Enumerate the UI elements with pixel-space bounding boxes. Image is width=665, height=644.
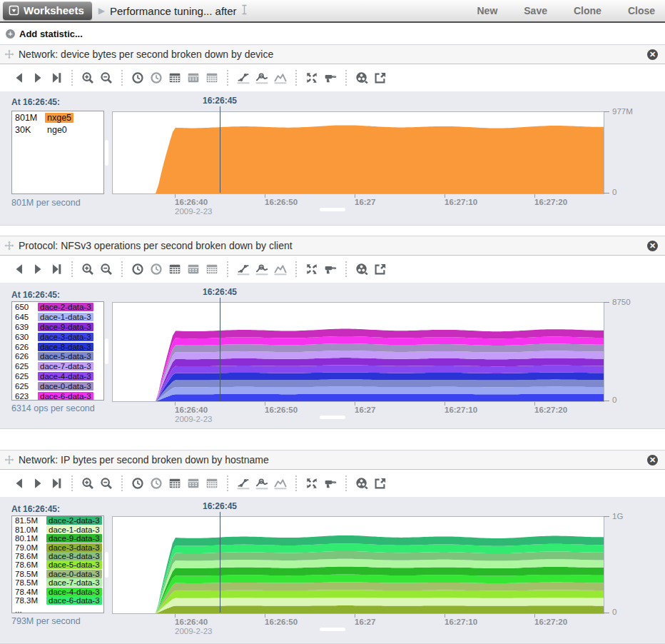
clock-icon[interactable]	[150, 477, 163, 490]
expand-icon[interactable]	[305, 477, 318, 490]
legend-row[interactable]: 78.5Mdace-0-data-3	[12, 570, 103, 578]
save-button[interactable]: Save	[524, 5, 547, 16]
clock-back-icon[interactable]	[131, 263, 144, 276]
legend-name[interactable]: dace-6-data-3	[38, 392, 93, 401]
close-icon[interactable]: ✕	[647, 49, 658, 60]
legend-name[interactable]: dace-5-data-3	[46, 560, 102, 569]
drill-icon[interactable]	[324, 477, 337, 490]
legend-row[interactable]: 645dace-1-data-3	[12, 312, 103, 322]
close-icon[interactable]: ✕	[647, 241, 658, 251]
step-back-icon[interactable]	[13, 71, 26, 84]
legend-name[interactable]: dace-5-data-3	[38, 352, 93, 361]
legend-row[interactable]: 801Mnxge5	[12, 111, 103, 124]
legend-row[interactable]: 639dace-9-data-3	[12, 322, 103, 332]
skip-forward-icon[interactable]	[50, 477, 63, 490]
zoom-out-icon[interactable]	[100, 477, 113, 490]
chart-plot[interactable]	[112, 111, 604, 194]
vertical-splitter[interactable]	[105, 552, 108, 578]
clock-back-icon[interactable]	[131, 477, 144, 490]
table-rows-icon[interactable]	[187, 263, 200, 276]
step-back-icon[interactable]	[13, 263, 26, 276]
move-icon[interactable]	[4, 455, 14, 465]
legend-name[interactable]: dace-8-data-3	[46, 552, 102, 560]
table-grid-icon[interactable]	[205, 477, 218, 490]
legend-name[interactable]: dace-7-data-3	[38, 362, 93, 371]
legend-name[interactable]: dace-1-data-3	[46, 525, 102, 534]
table-summary-icon[interactable]	[168, 477, 181, 490]
graph-area-icon[interactable]	[274, 71, 287, 84]
legend-row[interactable]: 81.0Mdace-1-data-3	[12, 525, 103, 533]
step-forward-icon[interactable]	[31, 263, 44, 276]
legend-row[interactable]: 78.4Mdace-4-data-3	[12, 588, 103, 596]
legend-row[interactable]: 625dace-7-data-3	[12, 361, 103, 371]
legend-row[interactable]: 78.6Mdace-5-data-3	[12, 560, 103, 569]
reel-icon[interactable]	[355, 477, 368, 490]
legend-row[interactable]: 626dace-5-data-3	[12, 351, 103, 361]
clock-back-icon[interactable]	[131, 71, 144, 84]
graph-area-icon[interactable]	[274, 477, 287, 490]
chart-plot[interactable]	[112, 302, 604, 402]
legend-row[interactable]: 623dace-6-data-3	[12, 391, 103, 401]
table-grid-icon[interactable]	[205, 263, 218, 276]
legend-row[interactable]: 630dace-3-data-3	[12, 332, 103, 342]
drill-icon[interactable]	[324, 263, 337, 276]
legend-row[interactable]: 78.3Mdace-6-data-3	[12, 596, 103, 605]
graph-min-icon[interactable]	[237, 263, 250, 276]
legend-name[interactable]: dace-2-data-3	[38, 303, 93, 311]
zoom-out-icon[interactable]	[100, 71, 113, 84]
legend-name[interactable]: dace-3-data-3	[46, 543, 102, 552]
clock-icon[interactable]	[150, 263, 163, 276]
legend-row[interactable]: 625dace-4-data-3	[12, 371, 103, 381]
graph-line-icon[interactable]	[255, 71, 268, 84]
step-back-icon[interactable]	[13, 477, 26, 490]
add-statistic-row[interactable]: + Add statistic...	[0, 24, 665, 43]
worksheets-button[interactable]: Worksheets	[3, 1, 92, 20]
step-forward-icon[interactable]	[31, 477, 44, 490]
legend-row[interactable]: 625dace-0-data-3	[12, 381, 103, 391]
zoom-out-icon[interactable]	[100, 263, 113, 276]
graph-area-icon[interactable]	[274, 263, 287, 276]
expand-icon[interactable]	[305, 71, 318, 84]
reel-icon[interactable]	[355, 263, 368, 276]
legend-name[interactable]: dace-7-data-3	[46, 578, 102, 587]
legend-row[interactable]: 78.5Mdace-7-data-3	[12, 578, 103, 587]
vertical-splitter[interactable]	[105, 140, 108, 166]
reel-icon[interactable]	[355, 71, 368, 84]
horizontal-splitter[interactable]	[320, 628, 345, 631]
export-icon[interactable]	[374, 263, 387, 276]
table-summary-icon[interactable]	[168, 71, 181, 84]
legend-row[interactable]: 79.0Mdace-3-data-3	[12, 543, 103, 551]
legend-name[interactable]: dace-8-data-3	[38, 343, 93, 351]
graph-min-icon[interactable]	[237, 477, 250, 490]
table-rows-icon[interactable]	[187, 71, 200, 84]
vertical-splitter[interactable]	[105, 338, 108, 364]
step-forward-icon[interactable]	[31, 71, 44, 84]
export-icon[interactable]	[374, 71, 387, 84]
legend-name[interactable]: nge0	[45, 125, 69, 135]
legend-name[interactable]: dace-6-data-3	[46, 596, 102, 605]
legend-row[interactable]: 626dace-8-data-3	[12, 342, 103, 352]
move-icon[interactable]	[4, 49, 14, 59]
legend-row[interactable]: 78.6Mdace-8-data-3	[12, 552, 103, 560]
legend-name[interactable]: dace-9-data-3	[38, 323, 93, 331]
horizontal-splitter[interactable]	[320, 208, 345, 211]
legend-row[interactable]: 650dace-2-data-3	[12, 302, 103, 312]
legend-name[interactable]: dace-9-data-3	[46, 534, 102, 543]
export-icon[interactable]	[374, 477, 387, 490]
worksheet-title[interactable]: Performance tuning... after	[110, 5, 237, 17]
drill-icon[interactable]	[324, 71, 337, 84]
legend-name[interactable]: dace-0-data-3	[46, 570, 102, 578]
move-icon[interactable]	[4, 241, 14, 251]
close-button[interactable]: Close	[628, 5, 655, 16]
zoom-in-icon[interactable]	[81, 71, 94, 84]
legend-name[interactable]: dace-3-data-3	[38, 333, 93, 341]
clock-icon[interactable]	[150, 71, 163, 84]
clone-button[interactable]: Clone	[574, 5, 601, 16]
legend-name[interactable]: nxge5	[45, 113, 73, 123]
legend-name[interactable]: dace-1-data-3	[38, 313, 93, 321]
expand-icon[interactable]	[305, 263, 318, 276]
table-summary-icon[interactable]	[168, 263, 181, 276]
horizontal-splitter[interactable]	[320, 416, 345, 419]
table-grid-icon[interactable]	[205, 71, 218, 84]
zoom-in-icon[interactable]	[81, 477, 94, 490]
